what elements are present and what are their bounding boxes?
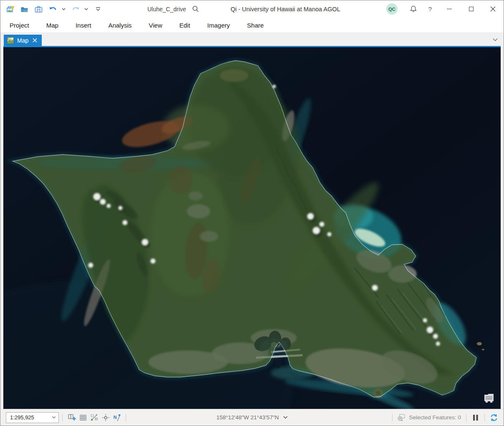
undo-icon[interactable] <box>48 4 58 14</box>
north-arrow-icon[interactable]: N <box>111 412 122 423</box>
search-input: Uluhe_C_drive <box>147 6 186 13</box>
attribution-icon[interactable] <box>483 393 495 405</box>
close-button[interactable] <box>482 0 504 18</box>
map-view-container <box>0 46 504 409</box>
svg-text:N: N <box>113 415 117 420</box>
map-scale-value: 1:295,925 <box>10 414 34 421</box>
maximize-button[interactable] <box>460 0 482 18</box>
selected-features-count: Selected Features: 0 <box>409 414 461 421</box>
ribbon-tab-project[interactable]: Project <box>10 22 29 29</box>
title-bar: Uluhe_C_drive Qi - University of Hawaii … <box>0 0 504 18</box>
refresh-icon[interactable] <box>488 412 499 423</box>
new-project-icon[interactable] <box>5 4 15 14</box>
customize-quick-access-icon[interactable] <box>93 4 103 14</box>
zoom-to-selection-icon[interactable] <box>396 412 407 423</box>
redo-dropdown-icon[interactable] <box>83 4 89 14</box>
grid-icon[interactable] <box>77 412 89 423</box>
quick-access-toolbar <box>0 4 103 14</box>
map-view-tab[interactable]: Map <box>4 35 42 46</box>
arcgis-pro-window: Uluhe_C_drive Qi - University of Hawaii … <box>0 0 504 426</box>
notifications-bell-icon[interactable] <box>405 0 422 18</box>
map-view[interactable] <box>3 46 501 409</box>
ribbon-tab-map[interactable]: Map <box>46 22 58 29</box>
map-view-tab-label: Map <box>17 37 28 44</box>
satellite-imagery-oahu <box>3 47 501 409</box>
ribbon-tab-view[interactable]: View <box>149 22 162 29</box>
add-view-icon[interactable] <box>66 412 77 423</box>
ribbon-tab-analysis[interactable]: Analysis <box>108 22 132 29</box>
status-bar: 1:295,925 N 158°12'48"W 21°43'57"N <box>0 409 504 426</box>
view-list-chevron-icon[interactable] <box>493 36 498 43</box>
ribbon-tab-bar: Project Map Insert Analysis View Edit Im… <box>0 18 504 33</box>
dynamic-constraints-icon[interactable] <box>100 412 111 423</box>
search-icon[interactable] <box>192 5 199 13</box>
ribbon-tab-imagery[interactable]: Imagery <box>207 22 230 29</box>
undo-dropdown-icon[interactable] <box>61 4 66 14</box>
ribbon-tab-insert[interactable]: Insert <box>76 22 91 29</box>
minimize-button[interactable] <box>438 0 460 18</box>
map-scale-combobox[interactable]: 1:295,925 <box>6 412 59 423</box>
snapping-sketch-icon[interactable] <box>89 412 100 423</box>
map-thumbnail-icon <box>7 37 14 44</box>
save-project-icon[interactable] <box>34 4 44 14</box>
command-search[interactable]: Uluhe_C_drive <box>147 0 199 18</box>
redo-icon[interactable] <box>71 4 81 14</box>
view-tab-strip: Map <box>0 33 504 46</box>
help-button[interactable]: ? <box>422 0 438 18</box>
open-project-icon[interactable] <box>20 4 30 14</box>
ribbon-tab-edit[interactable]: Edit <box>180 22 190 29</box>
ribbon-tab-share[interactable]: Share <box>247 22 264 29</box>
account-badge[interactable]: QC <box>386 3 398 15</box>
coordinates-dropdown-icon[interactable] <box>283 416 288 419</box>
close-view-icon[interactable] <box>32 38 38 43</box>
pause-drawing-icon[interactable] <box>470 412 481 423</box>
scale-dropdown-icon[interactable] <box>52 416 56 418</box>
